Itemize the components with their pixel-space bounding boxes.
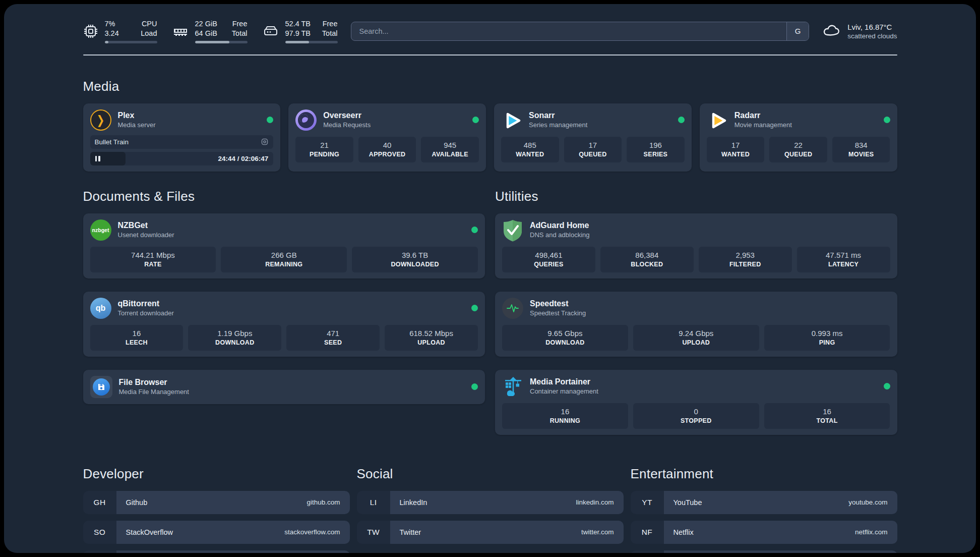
app-card-speedtest[interactable]: Speedtest Speedtest Tracking 9.65 Gbps D… xyxy=(495,292,897,357)
stat-tile: 498,461 QUERIES xyxy=(502,247,595,272)
cpu-progress-bar xyxy=(105,41,157,43)
stat-tile: 16 RUNNING xyxy=(502,403,628,429)
weather-condition: scattered clouds xyxy=(847,32,897,40)
section-title-developer: Developer xyxy=(83,466,350,482)
stat-tile: 834 MOVIES xyxy=(832,137,890,162)
plex-icon: ❯ xyxy=(90,109,111,131)
app-card-overseerr[interactable]: Overseerr Media Requests 21 PENDING 40 A… xyxy=(288,103,486,172)
weather-widget[interactable]: Lviv, 16.87°C scattered clouds xyxy=(822,22,897,40)
status-dot xyxy=(678,117,685,123)
bookmark-abbr: GH xyxy=(83,491,116,514)
stat-tile: 485 WANTED xyxy=(501,137,559,162)
memory-stat: 22 GiB 64 GiB Free Total xyxy=(172,19,248,43)
bookmark-url: twitter.com xyxy=(581,528,614,536)
stat-tile: 17 WANTED xyxy=(707,137,765,162)
stat-tile: 40 APPROVED xyxy=(358,137,416,162)
stat-tile: 16 TOTAL xyxy=(764,403,890,429)
stat-value: 9.24 Gbps xyxy=(635,329,757,338)
stat-value: 834 xyxy=(834,141,888,149)
bookmark-reddit[interactable]: RE Reddit reddit.com xyxy=(631,550,897,553)
section-title-documents: Documents & Files xyxy=(83,189,485,204)
stat-label: APPROVED xyxy=(360,151,414,158)
bookmark-abbr: LI xyxy=(357,491,390,514)
playback-progress-bar[interactable]: 24:44 / 02:06:47 xyxy=(90,152,274,165)
stat-value: 1.19 Gbps xyxy=(190,329,279,338)
app-card-adguard[interactable]: AdGuard Home DNS and adblocking 498,461 … xyxy=(495,213,897,278)
stat-value: 0.993 ms xyxy=(766,329,888,338)
app-description: Torrent downloader xyxy=(118,309,174,317)
pause-icon xyxy=(95,156,100,161)
stat-value: 86,384 xyxy=(602,251,692,259)
bookmark-youtube[interactable]: YT YouTube youtube.com xyxy=(631,491,897,514)
search-input[interactable] xyxy=(351,22,787,40)
stat-label: DOWNLOAD xyxy=(190,339,279,346)
stat-value: 196 xyxy=(629,141,683,149)
bookmark-stackoverflow[interactable]: SO StackOverflow stackoverflow.com xyxy=(83,521,350,544)
app-card-radarr[interactable]: Radarr Movie management 17 WANTED 22 QUE… xyxy=(700,103,897,172)
disk-stat: 52.4 TB 97.9 TB Free Total xyxy=(263,19,338,43)
app-card-sonarr[interactable]: Sonarr Series management 485 WANTED 17 Q… xyxy=(494,103,692,172)
app-name: Sonarr xyxy=(529,111,587,120)
stat-value: 21 xyxy=(297,141,351,149)
disk-free-label: Free xyxy=(322,19,338,29)
app-card-plex[interactable]: ❯ Plex Media server Bullet Train xyxy=(83,103,281,172)
stat-value: 9.65 Gbps xyxy=(504,329,626,338)
header-divider xyxy=(83,54,897,55)
app-name: Plex xyxy=(118,111,156,120)
header-bar: 7% 3.24 CPU Load xyxy=(83,19,897,43)
stat-label: TOTAL xyxy=(766,417,888,424)
bookmark-twitter[interactable]: TW Twitter twitter.com xyxy=(357,521,624,544)
stat-value: 0 xyxy=(635,407,757,416)
system-stats: 7% 3.24 CPU Load xyxy=(83,19,338,43)
app-card-filebrowser[interactable]: File Browser Media File Management xyxy=(83,370,485,404)
stat-label: QUEUED xyxy=(566,151,620,158)
bookmark-netflix[interactable]: NF Netflix netflix.com xyxy=(631,521,897,544)
nzbget-icon: nzbget xyxy=(90,219,111,241)
cpu-load-value: 3.24 xyxy=(105,29,119,38)
memory-icon xyxy=(172,23,189,39)
bookmark-linkedin[interactable]: LI LinkedIn linkedin.com xyxy=(357,491,624,514)
bookmark-abbr: YT xyxy=(631,491,664,514)
bookmark-name: YouTube xyxy=(673,498,702,507)
status-dot xyxy=(471,305,478,311)
sonarr-icon xyxy=(501,109,522,131)
status-dot xyxy=(472,117,479,123)
memory-free-value: 22 GiB xyxy=(195,19,217,29)
stat-label: FILTERED xyxy=(701,261,790,268)
cpu-icon xyxy=(83,24,98,39)
stat-tile: 9.65 Gbps DOWNLOAD xyxy=(502,325,628,351)
cpu-stat: 7% 3.24 CPU Load xyxy=(83,19,157,43)
stat-label: SEED xyxy=(288,339,378,346)
stat-tile: 0.993 ms PING xyxy=(764,325,890,351)
memory-free-label: Free xyxy=(232,19,248,29)
stat-value: 471 xyxy=(288,329,378,338)
app-card-nzbget[interactable]: nzbget NZBGet Usenet downloader 744.21 M… xyxy=(83,213,485,278)
stat-value: 16 xyxy=(504,407,626,416)
bookmark-url: youtube.com xyxy=(848,498,887,506)
stat-label: WANTED xyxy=(709,151,763,158)
search-engine-button[interactable]: G xyxy=(786,22,809,40)
bookmark-github[interactable]: GH Github github.com xyxy=(83,491,350,514)
bookmark-dev[interactable]: DT DEV dev.to xyxy=(83,550,350,553)
stat-tile: 945 AVAILABLE xyxy=(421,137,479,162)
app-description: Series management xyxy=(529,121,587,129)
stat-tile: 22 QUEUED xyxy=(769,137,827,162)
cpu-load-label: Load xyxy=(141,29,157,38)
stat-label: LEECH xyxy=(92,339,181,346)
app-description: Speedtest Tracking xyxy=(530,309,586,317)
section-title-entertainment: Entertainment xyxy=(631,466,897,482)
dashboard-page: 7% 3.24 CPU Load xyxy=(4,4,976,553)
stat-tile: 9.24 Gbps UPLOAD xyxy=(633,325,759,351)
stat-value: 39.6 TB xyxy=(354,251,476,259)
app-description: Container management xyxy=(530,387,598,395)
app-card-portainer[interactable]: Media Portainer Container management 16 … xyxy=(495,370,897,435)
bookmark-url: github.com xyxy=(307,498,340,506)
stat-value: 744.21 Mbps xyxy=(92,251,214,259)
stat-tile: 471 SEED xyxy=(286,325,380,351)
status-dot xyxy=(267,117,273,123)
memory-progress-bar xyxy=(195,41,248,43)
disk-total-label: Total xyxy=(322,29,338,38)
stat-label: MOVIES xyxy=(834,151,888,158)
stat-value: 16 xyxy=(92,329,181,338)
app-card-qbittorrent[interactable]: qb qBittorrent Torrent downloader 16 LEE… xyxy=(83,292,485,357)
